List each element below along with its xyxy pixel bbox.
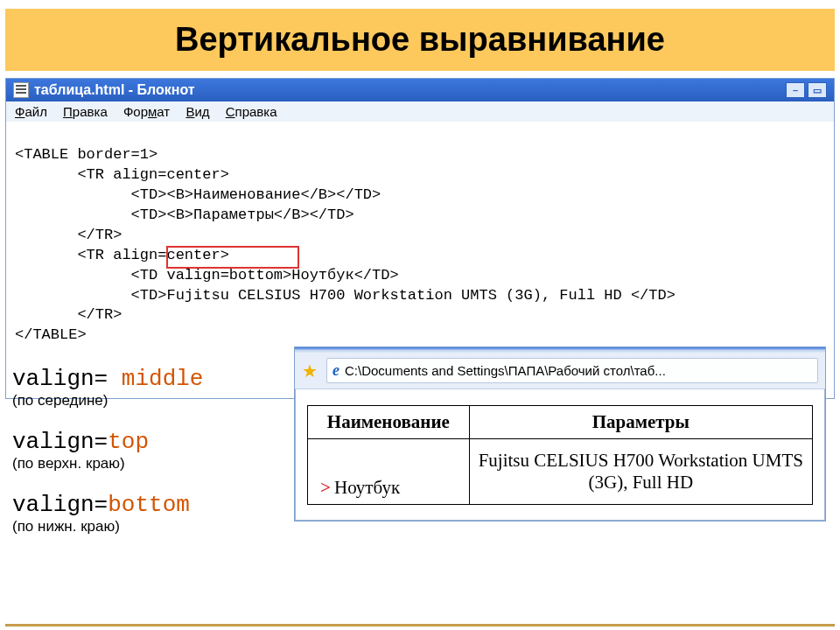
code-line: <TR align=center> [15, 166, 229, 183]
code-line: </TR> [15, 227, 122, 243]
notepad-title-text: таблица.html - Блокнот [34, 82, 195, 98]
code-line: <TD valign=bottom>Ноутбук</TD> [15, 267, 399, 284]
menu-file[interactable]: Файл [15, 104, 47, 119]
menu-format[interactable]: Формат [123, 104, 170, 119]
td-params: Fujitsu CELSIUS H700 Workstation UMTS (3… [469, 439, 812, 505]
code-line: </TABLE> [15, 326, 87, 343]
ie-url-box[interactable]: e C:\Documents and Settings\ПАПА\Рабочий… [326, 358, 818, 383]
table-header-row: Наименование Параметры [308, 406, 813, 439]
option-bottom: valign=bottom (по нижн. краю) [12, 492, 203, 536]
favorites-icon[interactable]: ★ [302, 360, 318, 382]
ie-window: ★ e C:\Documents and Settings\ПАПА\Рабоч… [294, 346, 826, 522]
minimize-button[interactable]: – [786, 82, 805, 98]
th-name: Наименование [308, 406, 470, 439]
code-line: <TR align=center> [15, 247, 229, 263]
slide-title: Вертикальное выравнивание [5, 9, 835, 71]
ie-addressbar: ★ e C:\Documents and Settings\ПАПА\Рабоч… [295, 353, 825, 389]
menu-view[interactable]: Вид [186, 104, 209, 119]
menu-help[interactable]: Справка [226, 104, 277, 119]
window-controls: – ▭ [786, 82, 827, 98]
rendered-table: Наименование Параметры >Ноутбук Fujitsu … [307, 405, 813, 505]
menu-edit[interactable]: Правка [63, 104, 108, 119]
ie-content: Наименование Параметры >Ноутбук Fujitsu … [295, 389, 825, 521]
code-line: </TR> [15, 306, 122, 323]
code-line: <TD><B>Параметры</B></TD> [15, 206, 354, 223]
td-name: >Ноутбук [308, 439, 470, 505]
th-params: Параметры [469, 406, 812, 439]
ie-logo-icon: e [332, 361, 340, 380]
option-top: valign=top (по верхн. краю) [12, 429, 203, 472]
option-middle: valign= middle (по середине) [12, 366, 203, 410]
valign-options: valign= middle (по середине) valign=top … [12, 366, 203, 555]
notepad-menubar: Файл Правка Формат Вид Справка [6, 102, 834, 122]
code-line: <TD>Fujitsu CELSIUS H700 Workstation UMT… [15, 287, 676, 304]
code-line: <TD><B>Наименование</B></TD> [15, 186, 381, 203]
document-icon [13, 82, 29, 98]
code-line: <TABLE border=1> [15, 146, 158, 163]
notepad-titlebar: таблица.html - Блокнот – ▭ [6, 79, 834, 102]
caret-icon: > [320, 477, 331, 498]
ie-url-text: C:\Documents and Settings\ПАПА\Рабочий с… [345, 363, 666, 378]
maximize-button[interactable]: ▭ [808, 82, 827, 98]
footer-rule [5, 624, 835, 626]
table-row: >Ноутбук Fujitsu CELSIUS H700 Workstatio… [308, 439, 813, 505]
